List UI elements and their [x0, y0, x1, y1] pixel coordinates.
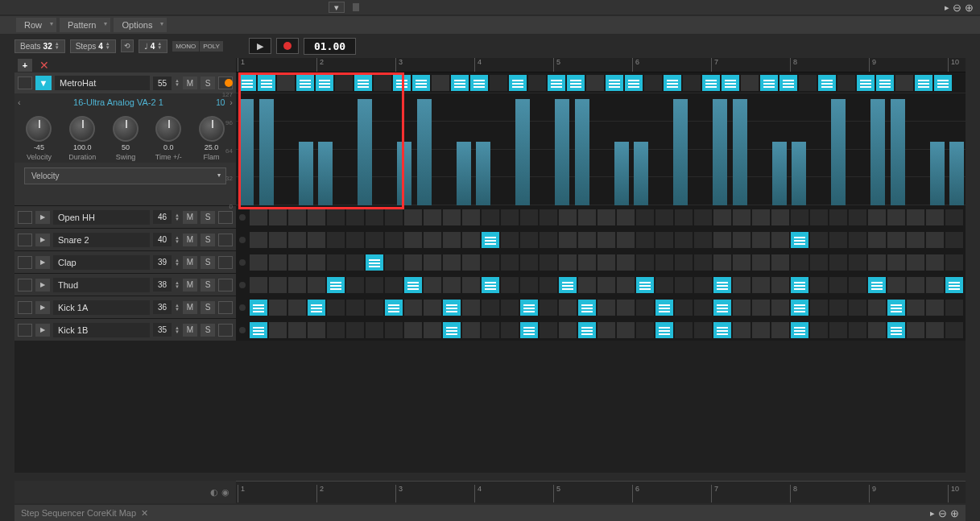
step-cell[interactable] — [740, 74, 759, 92]
step-cell[interactable] — [423, 276, 442, 294]
velocity-bar[interactable] — [713, 99, 727, 205]
step-cell[interactable] — [751, 276, 771, 294]
step-cell[interactable] — [403, 276, 423, 294]
mute-button[interactable]: M — [183, 211, 197, 224]
velocity-graph[interactable]: 1279664320 — [236, 93, 966, 205]
step-cell[interactable] — [790, 231, 809, 249]
step-cell[interactable] — [481, 231, 500, 249]
track-name-field[interactable]: Kick 1A — [53, 300, 150, 315]
step-cell[interactable] — [577, 276, 597, 294]
step-cell[interactable] — [887, 231, 906, 249]
step-cell[interactable] — [461, 299, 481, 316]
step-cell[interactable] — [461, 231, 481, 249]
steps-field[interactable]: Steps 4 ▲▼ — [70, 39, 116, 53]
step-cell[interactable] — [655, 299, 674, 316]
step-cell[interactable] — [547, 74, 566, 92]
solo-button[interactable]: S — [201, 279, 215, 292]
step-cell[interactable] — [558, 209, 577, 226]
step-cell[interactable] — [856, 74, 875, 92]
step-cell[interactable] — [268, 209, 287, 226]
step-cell[interactable] — [365, 299, 384, 316]
step-cell[interactable] — [616, 299, 635, 316]
step-cell[interactable] — [577, 254, 597, 271]
step-cell[interactable] — [867, 231, 887, 249]
step-cell[interactable] — [597, 299, 616, 316]
step-cell[interactable] — [423, 231, 442, 249]
track-select-box[interactable] — [18, 279, 32, 292]
step-cell[interactable] — [635, 276, 655, 294]
step-cell[interactable] — [307, 299, 326, 316]
step-cell[interactable] — [345, 299, 365, 316]
track-options-icon[interactable] — [218, 301, 233, 314]
step-cell[interactable] — [403, 299, 423, 316]
velocity-bar[interactable] — [891, 99, 905, 205]
step-cell[interactable] — [616, 321, 635, 339]
step-cell[interactable] — [345, 209, 365, 226]
step-cell[interactable] — [693, 254, 713, 271]
step-cell[interactable] — [461, 321, 481, 339]
step-cell[interactable] — [837, 74, 856, 92]
step-cell[interactable] — [276, 74, 296, 92]
step-cell[interactable] — [616, 209, 635, 226]
step-cell[interactable] — [635, 321, 655, 339]
step-cell[interactable] — [508, 74, 527, 92]
step-cell[interactable] — [597, 254, 616, 271]
step-cell[interactable] — [751, 321, 771, 339]
step-cell[interactable] — [867, 276, 887, 294]
mute-button[interactable]: M — [183, 279, 197, 292]
velocity-bar[interactable] — [614, 142, 629, 205]
step-cell[interactable] — [914, 74, 933, 92]
track-name-field[interactable]: MetroHat — [55, 76, 150, 90]
step-cell[interactable] — [848, 276, 867, 294]
step-cell[interactable] — [423, 299, 442, 316]
step-cell[interactable] — [326, 321, 345, 339]
step-cell[interactable] — [829, 231, 848, 249]
step-cell[interactable] — [829, 254, 848, 271]
step-cell[interactable] — [867, 254, 887, 271]
step-cell[interactable] — [345, 254, 365, 271]
zoom-in-icon[interactable]: ⊕ — [950, 507, 959, 519]
step-cell[interactable] — [403, 231, 423, 249]
zoom-in-icon[interactable]: ⊕ — [965, 2, 974, 14]
step-cell[interactable] — [577, 299, 597, 316]
step-cell[interactable] — [624, 74, 643, 92]
step-cell[interactable] — [771, 276, 790, 294]
step-cell[interactable] — [848, 231, 867, 249]
step-cell[interactable] — [887, 299, 906, 316]
step-cell[interactable] — [925, 321, 945, 339]
mute-button[interactable]: M — [183, 324, 197, 337]
step-cell[interactable] — [829, 209, 848, 226]
step-cell[interactable] — [326, 231, 345, 249]
collapse-button[interactable]: ▼ — [35, 76, 52, 90]
step-cell[interactable] — [635, 209, 655, 226]
globe2-icon[interactable]: ◉ — [221, 487, 229, 498]
track-select-box[interactable] — [18, 76, 32, 89]
step-cell[interactable] — [779, 74, 798, 92]
step-cell[interactable] — [365, 254, 384, 271]
step-cell[interactable] — [790, 209, 809, 226]
step-cell[interactable] — [539, 231, 558, 249]
step-cell[interactable] — [249, 321, 268, 339]
step-cell[interactable] — [500, 299, 519, 316]
track-options-icon[interactable] — [218, 256, 233, 269]
knob-dial[interactable] — [69, 116, 95, 142]
step-cell[interactable] — [287, 231, 307, 249]
velocity-bar[interactable] — [831, 99, 846, 205]
step-cell[interactable] — [249, 209, 268, 226]
step-cell[interactable] — [365, 321, 384, 339]
step-cell[interactable] — [539, 299, 558, 316]
velocity-bar[interactable] — [733, 99, 747, 205]
step-cell[interactable] — [721, 74, 740, 92]
poly-button[interactable]: POLY — [200, 41, 223, 52]
step-cell[interactable] — [423, 254, 442, 271]
step-cell[interactable] — [713, 254, 732, 271]
step-cell[interactable] — [527, 74, 547, 92]
menu-options[interactable]: Options — [114, 18, 167, 32]
track-options-icon[interactable] — [218, 279, 233, 292]
expand-button[interactable]: ▶ — [35, 324, 50, 337]
mute-button[interactable]: M — [183, 76, 197, 89]
menu-row[interactable]: Row — [16, 18, 56, 32]
step-cell[interactable] — [431, 74, 450, 92]
knob-dial[interactable] — [26, 116, 52, 142]
expand-button[interactable]: ▶ — [35, 301, 50, 314]
